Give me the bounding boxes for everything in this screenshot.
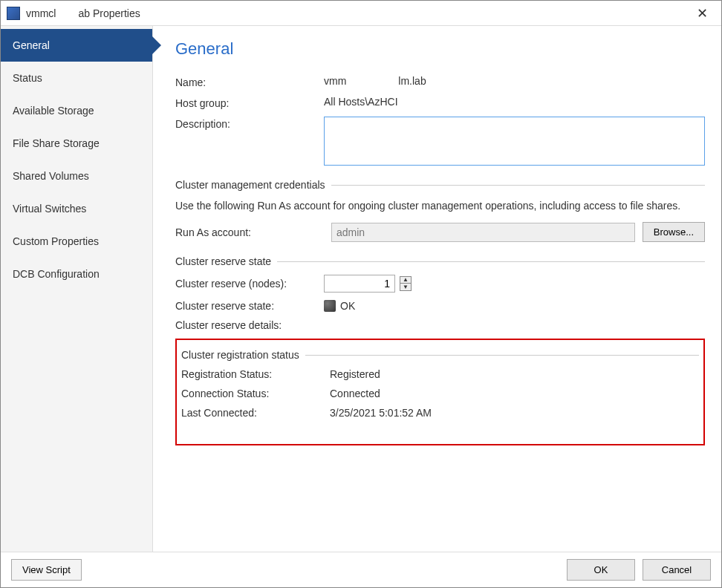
- page-title: General: [175, 39, 705, 59]
- hostgroup-value: All Hosts\AzHCI: [324, 96, 705, 108]
- sidebar-item-available-storage[interactable]: Available Storage: [1, 94, 152, 127]
- app-icon: [7, 7, 20, 20]
- registration-status-value: Registered: [330, 368, 380, 380]
- reserve-nodes-stepper[interactable]: ▲ ▼: [400, 276, 412, 291]
- close-icon[interactable]: ✕: [689, 4, 715, 23]
- reserve-nodes-input[interactable]: [324, 275, 395, 293]
- sidebar-item-status[interactable]: Status: [1, 62, 152, 94]
- titlebar: vmmcl ab Properties ✕: [1, 1, 721, 26]
- reserve-details-label: Cluster reserve details:: [175, 319, 324, 331]
- connection-status-label: Connection Status:: [181, 388, 330, 399]
- name-value: vmmlm.lab: [324, 75, 705, 87]
- sidebar-item-general[interactable]: General: [1, 29, 152, 62]
- section-cluster-registration-status: Cluster registration status: [181, 349, 699, 361]
- registration-status-label: Registration Status:: [181, 368, 330, 380]
- hostgroup-label: Host group:: [175, 96, 324, 109]
- connection-status-value: Connected: [330, 388, 380, 399]
- last-connected-label: Last Connected:: [181, 407, 330, 419]
- sidebar: General Status Available Storage File Sh…: [1, 26, 153, 552]
- sidebar-item-virtual-switches[interactable]: Virtual Switches: [1, 192, 152, 225]
- section-cluster-reserve-state: Cluster reserve state: [175, 255, 705, 267]
- runas-input[interactable]: [331, 223, 635, 242]
- chevron-up-icon[interactable]: ▲: [400, 277, 411, 284]
- last-connected-value: 3/25/2021 5:01:52 AM: [330, 407, 432, 419]
- sidebar-item-shared-volumes[interactable]: Shared Volumes: [1, 160, 152, 192]
- browse-button[interactable]: Browse...: [643, 222, 705, 242]
- status-ok-icon: [324, 300, 336, 312]
- description-label: Description:: [175, 117, 324, 130]
- runas-label: Run As account:: [175, 226, 324, 238]
- sidebar-item-file-share-storage[interactable]: File Share Storage: [1, 127, 152, 160]
- ok-button[interactable]: OK: [567, 559, 635, 581]
- view-script-button[interactable]: View Script: [11, 559, 82, 581]
- sidebar-item-custom-properties[interactable]: Custom Properties: [1, 225, 152, 258]
- window-title-right: ab Properties: [78, 7, 140, 19]
- registration-status-highlight: Cluster registration status Registration…: [175, 339, 705, 445]
- footer: View Script OK Cancel: [1, 552, 721, 587]
- section-cluster-management-credentials: Cluster management credentials: [175, 179, 705, 191]
- main-panel: General Name: vmmlm.lab Host group: All …: [153, 26, 721, 552]
- cluster-mgmt-hint: Use the following Run As account for ong…: [175, 198, 705, 213]
- reserve-nodes-label: Cluster reserve (nodes):: [175, 278, 324, 290]
- sidebar-item-dcb-configuration[interactable]: DCB Configuration: [1, 258, 152, 290]
- description-textarea[interactable]: [324, 117, 705, 166]
- reserve-state-value: OK: [340, 300, 355, 312]
- cancel-button[interactable]: Cancel: [643, 559, 711, 581]
- chevron-down-icon[interactable]: ▼: [400, 284, 411, 290]
- name-label: Name:: [175, 75, 324, 88]
- reserve-state-label: Cluster reserve state:: [175, 300, 324, 312]
- window-title-left: vmmcl: [26, 7, 56, 19]
